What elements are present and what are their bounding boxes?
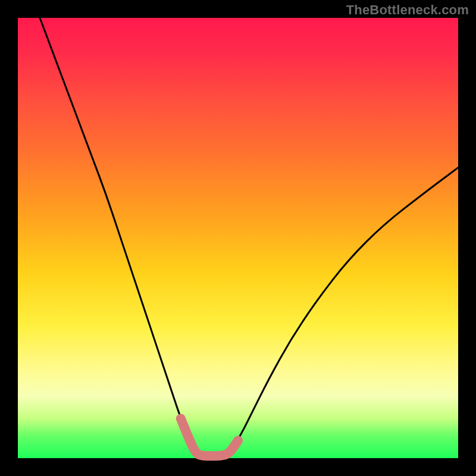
curve-left-branch — [40, 18, 196, 454]
curve-bottom-highlight — [181, 418, 238, 456]
watermark-text: TheBottleneck.com — [346, 2, 469, 18]
curve-layer — [18, 18, 458, 458]
chart-frame: TheBottleneck.com — [0, 0, 476, 476]
curve-right-branch — [229, 168, 458, 454]
